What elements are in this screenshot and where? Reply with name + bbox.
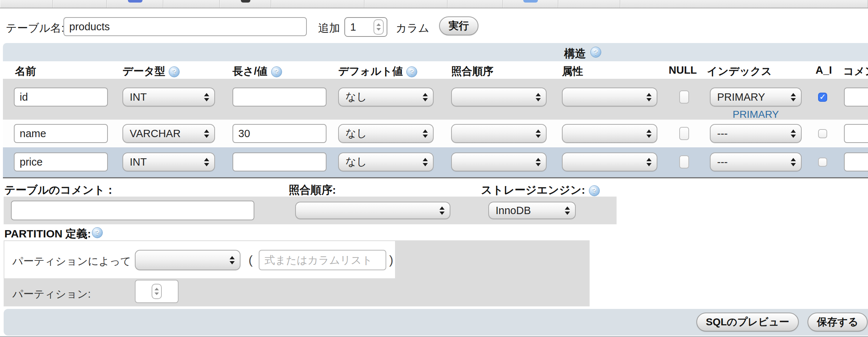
partitions-count-label: パーティション: (12, 287, 91, 302)
partition-by-select[interactable] (135, 250, 241, 270)
table-bottom-border (3, 177, 868, 178)
field-type-select[interactable]: INT (122, 152, 215, 171)
null-checkbox[interactable] (679, 127, 689, 140)
add-columns-stepper[interactable]: 1 (344, 17, 387, 37)
paren-close: ) (389, 253, 393, 267)
tab-icon (523, 0, 538, 3)
field-type-select[interactable]: VARCHAR (122, 124, 215, 143)
nav-tab[interactable] (220, 0, 271, 8)
col-header-attributes: 属性 (562, 64, 583, 79)
select-arrows-icon (423, 158, 428, 166)
go-button[interactable]: 実行 (439, 16, 478, 35)
select-arrows-icon (439, 206, 445, 215)
field-collation-select[interactable] (451, 88, 547, 106)
field-index-select[interactable]: PRIMARY (710, 88, 802, 106)
select-arrows-icon (423, 93, 428, 101)
field-collation-select[interactable] (451, 152, 547, 171)
field-length-input[interactable] (232, 152, 327, 171)
field-default-select[interactable]: なし (338, 88, 434, 106)
structure-help-icon[interactable]: ? (590, 47, 601, 58)
engine-help-icon[interactable]: ? (589, 185, 600, 196)
length-help-icon[interactable]: ? (271, 66, 282, 77)
nav-tab[interactable] (558, 0, 620, 8)
field-length-input[interactable] (232, 88, 327, 106)
table-name-label: テーブル名: (6, 21, 64, 36)
col-header-ai: A_I (816, 64, 832, 76)
field-default-select[interactable]: なし (338, 124, 434, 143)
field-name-input[interactable] (14, 152, 108, 171)
field-length-input[interactable] (232, 124, 327, 143)
structure-table: 構造 ? 名前 データ型? 長さ/値? デフォルト値? 照合順序 属性 NULL… (3, 43, 868, 178)
column-headers-row: 名前 データ型? 長さ/値? デフォルト値? 照合順序 属性 NULL インデッ… (3, 61, 868, 79)
add-columns-label: 追加 (318, 21, 340, 36)
nav-tab[interactable] (107, 0, 163, 8)
field-attributes-select[interactable] (562, 88, 657, 106)
field-name-input[interactable] (14, 88, 108, 106)
partition-section-header: PARTITION 定義: ? (0, 224, 868, 240)
select-arrows-icon (536, 93, 541, 101)
nav-tab[interactable] (0, 0, 53, 8)
partition-help-icon[interactable]: ? (92, 227, 103, 238)
select-arrows-icon (565, 206, 570, 215)
field-comment-input[interactable] (844, 88, 868, 106)
nav-tab[interactable] (53, 0, 107, 8)
col-header-null: NULL (669, 64, 697, 76)
field-row-name: VARCHAR なし --- (3, 120, 868, 147)
field-comment-input[interactable] (844, 152, 868, 171)
partitions-count-stepper[interactable] (135, 280, 179, 303)
nav-tab-bar (0, 0, 868, 8)
col-header-type: データ型? (122, 64, 180, 79)
col-header-length: 長さ/値? (232, 64, 282, 79)
nav-tab[interactable] (364, 0, 447, 8)
null-checkbox[interactable] (679, 90, 689, 104)
field-index-select[interactable]: --- (710, 124, 802, 143)
table-comment-input[interactable] (11, 201, 254, 220)
field-default-select[interactable]: なし (338, 152, 434, 171)
partition-by-label: パーティションによって： (12, 254, 142, 269)
col-header-comment: コメント (843, 64, 868, 79)
nav-tab[interactable] (503, 0, 558, 8)
paren-open: ( (249, 253, 253, 267)
table-collation-select[interactable] (295, 202, 450, 219)
field-collation-select[interactable] (451, 124, 547, 143)
stepper-arrows-icon[interactable] (374, 19, 384, 35)
field-type-select[interactable]: INT (122, 88, 215, 106)
nav-tab[interactable] (271, 0, 364, 8)
storage-engine-select[interactable]: InnoDB (488, 202, 576, 219)
type-help-icon[interactable]: ? (169, 66, 180, 77)
structure-title: 構造 (564, 46, 586, 61)
select-arrows-icon (423, 129, 428, 138)
save-button[interactable]: 保存する (808, 313, 868, 332)
partition-panel: パーティションによって： ( ) パーティション: (4, 240, 590, 306)
ai-checkbox[interactable] (818, 129, 827, 138)
field-attributes-select[interactable] (562, 152, 657, 171)
stepper-arrows-icon[interactable] (152, 284, 162, 299)
default-help-icon[interactable]: ? (406, 66, 417, 77)
field-attributes-select[interactable] (562, 124, 657, 143)
nav-tab[interactable] (163, 0, 220, 8)
table-comment-label: テーブルのコメント： (4, 183, 116, 198)
primary-index-link[interactable]: PRIMARY (710, 109, 802, 120)
field-index-select[interactable]: --- (710, 152, 802, 171)
partition-expression-input[interactable] (259, 250, 386, 270)
field-name-input[interactable] (14, 124, 108, 143)
preview-sql-button[interactable]: SQLのプレビュー (696, 313, 799, 332)
storage-engine-label: ストレージエンジン:? (481, 183, 600, 198)
nav-tab[interactable] (447, 0, 503, 8)
tab-icon (128, 0, 142, 3)
field-comment-input[interactable] (844, 124, 868, 143)
partition-definition-label: PARTITION 定義: (4, 226, 91, 241)
table-options-band: InnoDB (4, 197, 617, 224)
table-collation-label: 照合順序: (289, 183, 336, 198)
add-columns-value: 1 (350, 21, 374, 33)
field-row-id: INT なし PRIMARY PRIMARY (3, 79, 868, 120)
select-arrows-icon (791, 93, 796, 101)
columns-word-label: カラム (396, 21, 429, 36)
table-name-input[interactable] (63, 17, 307, 36)
null-checkbox[interactable] (679, 155, 689, 168)
select-arrows-icon (646, 93, 652, 101)
ai-checkbox[interactable] (818, 158, 827, 167)
nav-tab[interactable] (620, 0, 868, 8)
select-arrows-icon (791, 158, 796, 166)
ai-checkbox-checked[interactable] (818, 93, 827, 102)
